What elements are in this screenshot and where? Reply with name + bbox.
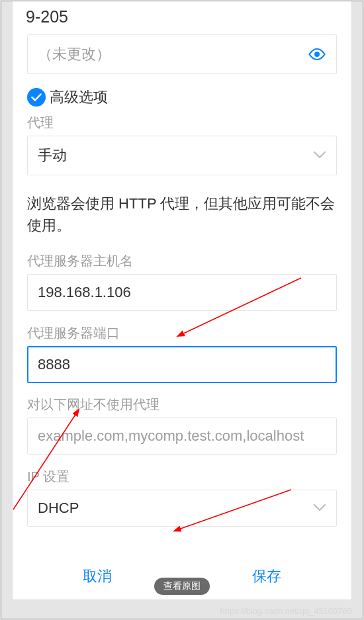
visibility-icon[interactable] xyxy=(308,47,326,62)
proxy-value: 手动 xyxy=(38,146,67,165)
ip-settings-label: IP 设置 xyxy=(27,468,337,486)
proxy-host-input[interactable] xyxy=(27,274,337,311)
proxy-host-label: 代理服务器主机名 xyxy=(27,252,337,270)
proxy-bypass-label: 对以下网址不使用代理 xyxy=(27,396,337,414)
ip-settings-value: DHCP xyxy=(38,500,79,517)
proxy-select[interactable]: 手动 xyxy=(27,136,337,175)
proxy-port-input[interactable] xyxy=(27,346,337,383)
chevron-down-icon xyxy=(313,150,326,161)
proxy-info-text: 浏览器会使用 HTTP 代理，但其他应用可能不会使用。 xyxy=(27,193,337,236)
password-field[interactable]: （未更改） xyxy=(27,34,337,74)
wifi-proxy-dialog: 9-205 （未更改） 高级选项 代理 手动 xyxy=(12,0,352,600)
chevron-down-icon xyxy=(313,502,326,514)
proxy-bypass-input[interactable] xyxy=(27,418,337,455)
check-icon xyxy=(27,88,46,107)
advanced-options-toggle[interactable]: 高级选项 xyxy=(27,87,337,107)
dialog-body: （未更改） 高级选项 代理 手动 浏览器会使用 HTTP 代理， xyxy=(13,34,351,556)
proxy-port-label: 代理服务器端口 xyxy=(27,324,337,342)
advanced-options-label: 高级选项 xyxy=(50,87,108,107)
proxy-label: 代理 xyxy=(27,114,337,132)
ip-settings-select[interactable]: DHCP xyxy=(27,490,337,527)
save-button[interactable]: 保存 xyxy=(246,564,288,589)
password-value: （未更改） xyxy=(38,44,111,64)
cancel-button[interactable]: 取消 xyxy=(76,564,118,589)
view-original-button[interactable]: 查看原图 xyxy=(154,578,210,595)
dialog-title: 9-205 xyxy=(13,1,351,34)
svg-point-0 xyxy=(314,52,320,57)
watermark-text: https://blog.csdn.net/qq_45100769 xyxy=(220,606,353,616)
